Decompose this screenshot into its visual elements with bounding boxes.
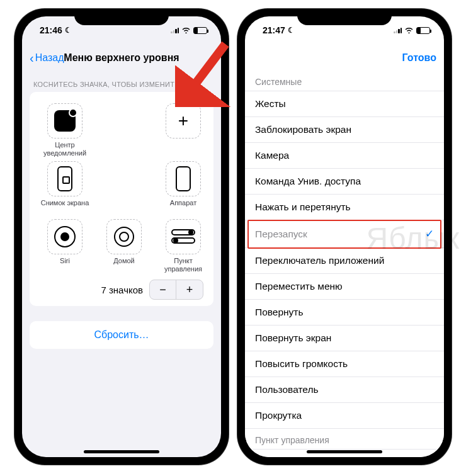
battery-icon: [416, 27, 430, 34]
list-item[interactable]: Повысить громкость: [245, 351, 444, 377]
list-item[interactable]: Нажать и перетянуть: [245, 195, 444, 220]
tile-notification-center[interactable]: Центр уведомлений: [36, 103, 94, 157]
back-label: Назад: [35, 52, 64, 64]
control-center-icon: [171, 229, 195, 244]
tile-device[interactable]: Аппарат: [154, 161, 212, 215]
list-item[interactable]: Переместить меню: [245, 274, 444, 300]
stepper-minus-button[interactable]: −: [150, 280, 176, 299]
status-time: 21:47: [263, 25, 285, 35]
cellular-signal-icon: [394, 27, 402, 33]
phone-left: 21:46 ☾ ‹ Назад Меню верхнего уровня: [14, 9, 229, 465]
list-item[interactable]: Пользователь: [245, 377, 444, 403]
notch: [297, 9, 392, 25]
list-item[interactable]: Повернуть: [245, 300, 444, 326]
list-item[interactable]: Камера: [245, 143, 444, 169]
notification-center-icon: [54, 110, 76, 132]
icons-grid-card: Центр уведомлений + Снимок экрана: [30, 92, 213, 306]
done-button[interactable]: Готово: [402, 52, 436, 64]
tile-add[interactable]: +: [154, 103, 212, 157]
cellular-signal-icon: [171, 27, 179, 33]
notch: [74, 9, 169, 25]
navigation-bar: ‹ Назад Меню верхнего уровня: [22, 44, 221, 72]
list-item[interactable]: Заблокировать экран: [245, 117, 444, 143]
home-indicator[interactable]: [307, 450, 382, 453]
home-icon: [114, 227, 134, 247]
list-item[interactable]: Переключатель приложений: [245, 248, 444, 274]
list-item[interactable]: Повернуть экран: [245, 326, 444, 351]
tile-siri[interactable]: Siri: [36, 219, 94, 273]
dnd-moon-icon: ☾: [288, 26, 295, 35]
dnd-moon-icon: ☾: [65, 26, 72, 35]
navigation-bar: Готово: [245, 44, 444, 72]
icon-count-label: 7 значков: [101, 285, 143, 295]
wifi-icon: [404, 26, 414, 35]
home-indicator[interactable]: [84, 450, 159, 453]
checkmark-icon: ✓: [425, 227, 434, 241]
tile-control-center[interactable]: Пункт управления: [154, 219, 212, 273]
back-button[interactable]: ‹ Назад: [30, 52, 64, 64]
icon-count-stepper: − +: [149, 280, 203, 300]
list-item[interactable]: Перезапуск✓: [245, 220, 444, 248]
list-item[interactable]: Команда Унив. доступа: [245, 169, 444, 195]
list-header-control-center: Пункт управления: [245, 429, 444, 450]
siri-icon: [54, 226, 76, 247]
chevron-left-icon: ‹: [30, 52, 34, 64]
list-item[interactable]: Прокрутка: [245, 403, 444, 429]
section-label: КОСНИТЕСЬ ЗНАЧКА, ЧТОБЫ ИЗМЕНИТЬ:: [22, 72, 221, 92]
tile-home[interactable]: Домой: [95, 219, 153, 273]
list-item[interactable]: Жесты: [245, 91, 444, 117]
wifi-icon: [181, 26, 191, 35]
tile-screenshot[interactable]: Снимок экрана: [36, 161, 94, 215]
status-time: 21:46: [40, 25, 62, 35]
screenshot-icon: [57, 166, 72, 191]
device-icon: [176, 166, 191, 191]
stepper-plus-button[interactable]: +: [176, 280, 203, 299]
plus-icon: +: [178, 111, 188, 131]
system-list: Системные ЖестыЗаблокировать экранКамера…: [245, 72, 444, 457]
battery-icon: [193, 27, 207, 34]
list-header-system: Системные: [245, 72, 444, 91]
reset-button[interactable]: Сбросить…: [30, 321, 213, 349]
phone-right: 21:47 ☾ Готово Системные ЖестыЗабл: [237, 9, 452, 465]
